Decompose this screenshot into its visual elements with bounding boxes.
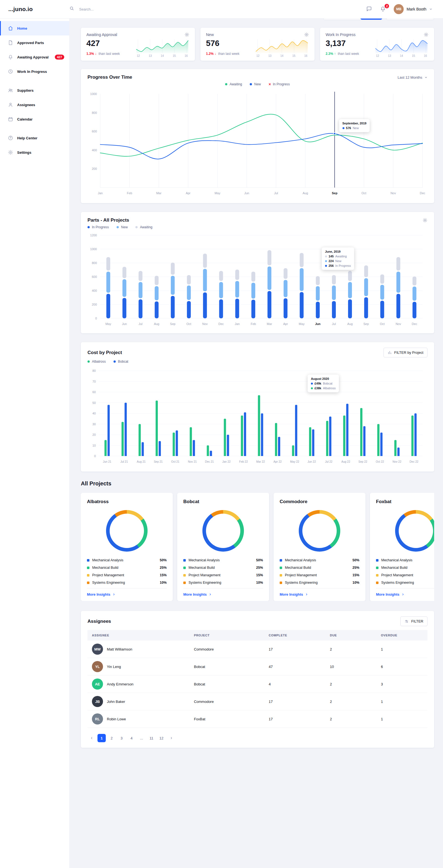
sidebar-item-suppliers[interactable]: Suppliers — [0, 83, 69, 97]
kpi-axis: 1213141516 — [255, 54, 309, 57]
legend-in-progress[interactable]: × In Progress — [269, 82, 290, 86]
svg-text:Jun: Jun — [122, 322, 127, 326]
svg-text:Nov: Nov — [202, 322, 208, 326]
gear-icon[interactable] — [422, 218, 428, 223]
svg-text:Nov 21: Nov 21 — [188, 460, 197, 463]
svg-text:Apr: Apr — [186, 191, 191, 195]
project-card-commodore: Commodore Mechanical Analysis50% Mechani… — [274, 493, 366, 601]
page-button[interactable]: 11 — [147, 734, 156, 742]
legend-new[interactable]: New — [250, 82, 261, 86]
projects-row: Albatross Mechanical Analysis50% Mechani… — [81, 493, 434, 601]
svg-text:Jun 21: Jun 21 — [103, 460, 111, 463]
legend-bobcat[interactable]: Bobcat — [113, 360, 128, 364]
prev-page-button[interactable] — [88, 734, 96, 742]
more-insights-link[interactable]: More Insights — [87, 588, 167, 596]
sidebar-item-calendar[interactable]: Calendar — [0, 112, 69, 126]
complete-cell: 17 — [264, 641, 326, 658]
sidebar-item-settings[interactable]: Settings — [0, 145, 69, 160]
kpi-sparkline-chart: 1213141516 — [135, 38, 190, 57]
table-row[interactable]: AEAndy Emmerson Bobcat 4 2 3 — [88, 676, 428, 693]
range-dropdown[interactable]: Last 12 Months — [398, 75, 428, 80]
series-hidden-marker: × — [269, 82, 271, 86]
legend-awaiting[interactable]: Awaiting — [225, 82, 242, 86]
top-bar-right: 2 MB Mark Booth — [366, 4, 443, 14]
kpi-delta: 1.2% ↓ than last week — [206, 52, 239, 56]
cost-grouped-bar-chart[interactable]: 01020304050607080Jun 21Jul 21Aug 21Sep 2… — [88, 366, 428, 466]
filter-button[interactable]: FILTER — [400, 616, 428, 626]
search-input[interactable] — [79, 7, 146, 11]
svg-text:40: 40 — [93, 412, 96, 415]
table-row[interactable]: RLRobin Lowe FoxBat 17 2 1 — [88, 710, 428, 728]
due-cell: 2 — [326, 693, 377, 710]
notifications-bell-icon[interactable]: 2 — [380, 6, 386, 12]
svg-text:Feb: Feb — [127, 191, 132, 195]
project-cell: FoxBat — [190, 710, 264, 728]
project-name: Albatross — [87, 499, 167, 504]
sidebar-item-approved-parts[interactable]: Approved Parts — [0, 35, 69, 50]
table-row[interactable]: YLYin Leng Bobcat 47 10 6 — [88, 658, 428, 676]
column-header-project[interactable]: PROJECT — [190, 630, 264, 641]
user-name: Mark Booth — [406, 7, 427, 11]
kpi-value: 427 — [87, 39, 120, 48]
svg-text:May: May — [214, 191, 220, 195]
legend-dot — [116, 226, 119, 228]
page-button[interactable]: 12 — [157, 734, 166, 742]
chat-icon[interactable] — [366, 6, 373, 12]
svg-text:Apr 22: Apr 22 — [274, 460, 282, 463]
avatar: JB — [92, 696, 103, 707]
column-header-complete[interactable]: COMPLETE — [264, 630, 326, 641]
chevron-right-icon — [209, 593, 212, 596]
legend-in-progress[interactable]: In Progress — [88, 225, 109, 229]
gear-icon[interactable] — [184, 32, 190, 37]
table-row[interactable]: JBJohn Baker Commodore 17 2 1 — [88, 693, 428, 710]
sidebar-item-assignees[interactable]: Assignees — [0, 97, 69, 112]
sidebar-item-awaiting-approval[interactable]: Awaiting Approval 427 — [0, 50, 69, 64]
awaiting-approval-count-badge: 427 — [55, 55, 64, 60]
trend-arrow-icon: ↓ — [214, 52, 216, 56]
legend-awaiting[interactable]: Awaiting — [135, 225, 152, 229]
pagination-ellipsis: ... — [137, 734, 146, 742]
column-header-due[interactable]: DUE — [326, 630, 377, 641]
parts-stacked-bar-chart[interactable]: 020040060080010001200MayJunJulAugSepOctN… — [88, 232, 428, 328]
svg-text:May: May — [105, 322, 111, 326]
grouped-chart-legend: Albatross Bobcat — [88, 360, 428, 364]
next-page-button[interactable] — [167, 734, 175, 742]
legend-dot — [250, 83, 252, 85]
legend-albatross[interactable]: Albatross — [88, 360, 106, 364]
column-header-overdue[interactable]: OVERDUE — [377, 630, 428, 641]
more-insights-link[interactable]: More Insights — [376, 588, 434, 596]
complete-cell: 47 — [264, 658, 326, 676]
brand-logo[interactable]: ...juno.io — [0, 6, 69, 12]
svg-text:10: 10 — [93, 444, 96, 447]
sidebar-item-work-in-progress[interactable]: Work In Progress — [0, 64, 69, 79]
page-button[interactable]: 3 — [117, 734, 126, 742]
sidebar-item-help-center[interactable]: Help Center — [0, 131, 69, 145]
legend-new[interactable]: New — [116, 225, 128, 229]
gear-icon[interactable] — [423, 32, 429, 37]
more-insights-link[interactable]: More Insights — [183, 588, 263, 596]
chevron-right-icon — [112, 593, 115, 596]
column-header-assignee[interactable]: ASSIGNEE — [88, 630, 190, 641]
kpi-value: 576 — [206, 39, 239, 48]
assignee-name: Andy Emmerson — [107, 682, 133, 686]
svg-text:60: 60 — [93, 391, 96, 394]
svg-text:600: 600 — [92, 130, 97, 133]
progress-over-time-chart[interactable]: JanFebMarAprMayJunJulAugSepOctNovDec2004… — [88, 89, 428, 197]
clock-icon — [8, 69, 13, 74]
page-button[interactable]: 1 — [98, 734, 106, 742]
project-cell: Bobcat — [190, 676, 264, 693]
page-button[interactable]: 2 — [107, 734, 116, 742]
svg-text:0: 0 — [94, 454, 96, 458]
gear-icon[interactable] — [304, 32, 309, 37]
table-row[interactable]: MWMatt Williamson Commodore 17 2 1 — [88, 641, 428, 658]
filter-by-project-button[interactable]: FILTER by Project — [383, 348, 428, 358]
avatar: YL — [92, 661, 103, 672]
svg-text:Apr: Apr — [283, 322, 288, 326]
svg-text:30: 30 — [93, 423, 96, 426]
page-button[interactable]: 4 — [127, 734, 136, 742]
avatar: RL — [92, 713, 103, 724]
user-menu[interactable]: MB Mark Booth — [394, 4, 433, 14]
more-insights-link[interactable]: More Insights — [280, 588, 360, 596]
sidebar-item-home[interactable]: Home — [0, 21, 69, 35]
kpi-delta: 2.3% ↑ than last week — [326, 52, 359, 56]
